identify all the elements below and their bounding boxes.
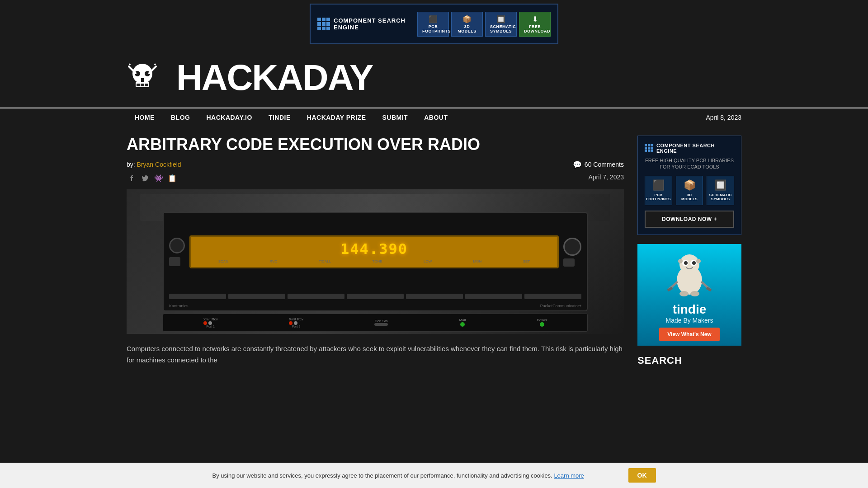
- banner-ad: COMPONENT SEARCH ENGINE ⬛ PCBFOOTPRINTS …: [310, 4, 558, 44]
- sidebar-cse-header: COMPONENT SEARCH ENGINE: [645, 143, 734, 154]
- banner-title: COMPONENT SEARCH ENGINE: [334, 17, 410, 31]
- article-meta: by: Bryan Cockfield 💬 60 Comments: [127, 160, 624, 169]
- svg-rect-7: [145, 84, 148, 86]
- svg-rect-5: [137, 84, 140, 86]
- site-title[interactable]: HACKADAY: [176, 57, 373, 99]
- svg-point-19: [696, 259, 701, 263]
- top-banner: COMPONENT SEARCH ENGINE ⬛ PCBFOOTPRINTS …: [0, 0, 868, 48]
- sidebar-pcb-label: PCBFOOTPRINTS: [646, 193, 671, 201]
- article-date: April 7, 2023: [588, 174, 624, 181]
- twitter-icon[interactable]: [140, 174, 150, 183]
- share-icon[interactable]: 📋: [167, 174, 177, 183]
- sidebar-search: SEARCH: [637, 355, 741, 366]
- sidebar-tindie-ad[interactable]: tindie Made By Makers View What's New: [637, 244, 741, 346]
- sidebar-cse-ad: COMPONENT SEARCH ENGINE FREE HIGH QUALIT…: [637, 136, 741, 235]
- main-container: ARBITRARY CODE EXECUTION OVER RADIO by: …: [0, 127, 868, 380]
- nav-hackaday-io[interactable]: HACKADAY.IO: [198, 108, 260, 127]
- author-link[interactable]: Bryan Cockfield: [137, 161, 181, 168]
- sidebar-schematic-label: SCHEMATICSYMBOLS: [709, 193, 732, 201]
- social-meta-row: 👾 📋 April 7, 2023: [127, 174, 624, 186]
- radio-device: 144.390 SCAN RVO T/CALL TONE LOW MON SET: [127, 189, 624, 334]
- sidebar-search-title: SEARCH: [637, 355, 741, 366]
- social-icons: 👾 📋: [127, 174, 177, 183]
- sidebar-cse-grid-icon: [645, 144, 653, 152]
- banner-logo-area: COMPONENT SEARCH ENGINE: [317, 17, 410, 31]
- nav-home[interactable]: HOME: [127, 108, 163, 127]
- article-title: ARBITRARY CODE EXECUTION OVER RADIO: [127, 136, 624, 154]
- cookie-learn-more[interactable]: Learn more: [554, 472, 584, 479]
- nav-tindie[interactable]: TINDIE: [260, 108, 299, 127]
- schematic-label: SCHEMATICSYMBOLS: [490, 24, 512, 33]
- sidebar-download-btn[interactable]: DOWNLOAD NOW +: [645, 211, 734, 228]
- svg-line-9: [129, 64, 130, 65]
- svg-point-24: [679, 291, 689, 296]
- schematic-icon: 🔲: [490, 15, 512, 23]
- facebook-icon[interactable]: [127, 174, 137, 183]
- sidebar-cse-subtitle: FREE HIGH QUALITY PCB LIBRARIES FOR YOUR…: [645, 157, 734, 170]
- cookie-message: By using our website and services, you e…: [212, 472, 552, 479]
- sidebar-3d-icon: 📦: [684, 179, 696, 191]
- svg-point-17: [692, 261, 696, 265]
- article-comments[interactable]: 💬 60 Comments: [573, 160, 624, 169]
- article-author: by: Bryan Cockfield: [127, 161, 181, 168]
- banner-buttons: ⬛ PCBFOOTPRINTS 📦 3DMODELS 🔲 SCHEMATICSY…: [417, 12, 551, 37]
- sidebar-3d-label: 3DMODELS: [681, 193, 698, 201]
- main-nav: HOME BLOG HACKADAY.IO TINDIE HACKADAY PR…: [0, 108, 868, 127]
- nav-date: April 8, 2023: [706, 114, 741, 121]
- sidebar-pcb-icon: ⬛: [652, 179, 665, 191]
- banner-grid-icon: [317, 18, 330, 30]
- 3d-icon: 📦: [456, 15, 478, 23]
- tindie-text-area: tindie Made By Makers View What's New: [659, 302, 719, 346]
- sidebar-schematic-btn[interactable]: 🔲 SCHEMATICSYMBOLS: [707, 176, 734, 205]
- 3d-label: 3DMODELS: [456, 24, 478, 33]
- banner-pcb-btn[interactable]: ⬛ PCBFOOTPRINTS: [417, 12, 449, 37]
- nav-blog[interactable]: BLOG: [163, 108, 198, 127]
- comments-count: 60 Comments: [585, 161, 624, 168]
- sidebar-pcb-btn[interactable]: ⬛ PCBFOOTPRINTS: [645, 176, 672, 205]
- svg-line-11: [155, 64, 156, 65]
- cookie-text: By using our website and services, you e…: [212, 472, 619, 479]
- sidebar: COMPONENT SEARCH ENGINE FREE HIGH QUALIT…: [637, 136, 741, 371]
- tindie-cta-btn[interactable]: View What's New: [659, 328, 719, 341]
- svg-point-16: [684, 261, 688, 265]
- svg-point-18: [678, 259, 683, 263]
- svg-point-25: [690, 291, 699, 296]
- pcb-icon: ⬛: [422, 15, 444, 23]
- banner-download-btn[interactable]: ⬇ FREEDOWNLOAD: [519, 12, 551, 37]
- nav-submit[interactable]: SUBMIT: [374, 108, 416, 127]
- sidebar-cse-icons: ⬛ PCBFOOTPRINTS 📦 3DMODELS 🔲 SCHEMATICSY…: [645, 176, 734, 205]
- site-logo[interactable]: [127, 61, 158, 94]
- nav-hackaday-prize[interactable]: HACKADAY PRIZE: [299, 108, 374, 127]
- download-label: FREEDOWNLOAD: [524, 24, 546, 33]
- article-image: 144.390 SCAN RVO T/CALL TONE LOW MON SET: [127, 189, 624, 334]
- banner-schematic-btn[interactable]: 🔲 SCHEMATICSYMBOLS: [485, 12, 517, 37]
- author-prefix: by:: [127, 161, 137, 168]
- banner-3d-btn[interactable]: 📦 3DMODELS: [451, 12, 483, 37]
- sidebar-3d-btn[interactable]: 📦 3DMODELS: [676, 176, 703, 205]
- reddit-icon[interactable]: 👾: [154, 174, 164, 183]
- nav-links: HOME BLOG HACKADAY.IO TINDIE HACKADAY PR…: [127, 108, 456, 127]
- cookie-ok-button[interactable]: OK: [628, 468, 656, 483]
- cookie-banner: By using our website and services, you e…: [0, 463, 868, 488]
- svg-point-13: [679, 254, 699, 274]
- nav-about[interactable]: ABOUT: [416, 108, 456, 127]
- svg-rect-4: [141, 78, 144, 82]
- sidebar-cse-title: COMPONENT SEARCH ENGINE: [656, 143, 734, 154]
- article-text: Computers connected to networks are cons…: [127, 343, 624, 366]
- pcb-label: PCBFOOTPRINTS: [422, 24, 444, 33]
- radio-display: 144.390: [198, 240, 551, 258]
- sidebar-schematic-icon: 🔲: [714, 179, 726, 191]
- site-header: HACKADAY: [0, 48, 868, 108]
- download-icon: ⬇: [524, 15, 546, 23]
- comment-icon: 💬: [573, 160, 582, 169]
- article: ARBITRARY CODE EXECUTION OVER RADIO by: …: [127, 136, 624, 371]
- svg-rect-6: [141, 84, 144, 86]
- tindie-brand: tindie: [659, 302, 719, 317]
- tindie-tagline: Made By Makers: [659, 317, 719, 324]
